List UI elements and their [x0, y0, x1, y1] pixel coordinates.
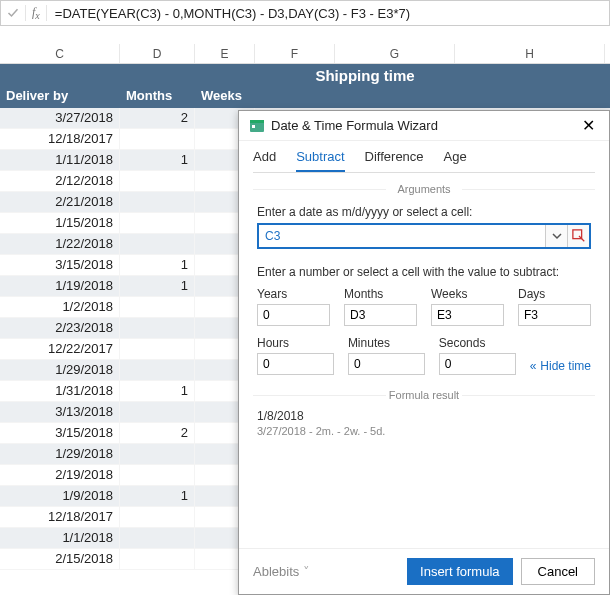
col-header-e[interactable]: E	[195, 44, 255, 63]
col-header-g[interactable]: G	[335, 44, 455, 63]
cell-date[interactable]: 2/21/2018	[0, 192, 120, 212]
close-icon[interactable]: ✕	[578, 116, 599, 135]
band-title: Shipping time	[120, 67, 610, 84]
cell-months[interactable]: 1	[120, 486, 195, 506]
header-deliver-by: Deliver by	[0, 86, 120, 108]
cell-months[interactable]	[120, 465, 195, 485]
brand-menu[interactable]: Ablebits	[253, 564, 399, 579]
cell-date[interactable]: 12/18/2017	[0, 507, 120, 527]
check-icon[interactable]	[7, 7, 19, 19]
cell-months[interactable]	[120, 129, 195, 149]
cell-months[interactable]: 2	[120, 108, 195, 128]
insert-formula-button[interactable]: Insert formula	[407, 558, 512, 585]
cell-date[interactable]: 2/23/2018	[0, 318, 120, 338]
cell-months[interactable]	[120, 360, 195, 380]
cell-months[interactable]	[120, 192, 195, 212]
cell-months[interactable]	[120, 549, 195, 569]
cell-months[interactable]	[120, 318, 195, 338]
wizard-footer: Ablebits Insert formula Cancel	[239, 548, 609, 594]
date-time-wizard: Date & Time Formula Wizard ✕ Add Subtrac…	[238, 110, 610, 595]
cell-date[interactable]: 12/18/2017	[0, 129, 120, 149]
cell-months[interactable]: 2	[120, 423, 195, 443]
wizard-title: Date & Time Formula Wizard	[271, 118, 578, 133]
formula-text[interactable]: =DATE(YEAR(C3) - 0,MONTH(C3) - D3,DAY(C3…	[47, 6, 609, 21]
cell-picker-icon[interactable]	[567, 225, 589, 247]
date-input[interactable]	[259, 225, 545, 247]
wizard-tabs: Add Subtract Difference Age	[239, 141, 609, 172]
cell-months[interactable]: 1	[120, 276, 195, 296]
cell-date[interactable]: 1/15/2018	[0, 213, 120, 233]
cell-months[interactable]	[120, 297, 195, 317]
days-label: Days	[518, 287, 591, 301]
cell-months[interactable]: 1	[120, 255, 195, 275]
number-field-label: Enter a number or select a cell with the…	[257, 265, 591, 279]
header-row: Deliver by Months Weeks	[0, 86, 610, 108]
svg-rect-2	[252, 125, 255, 128]
cell-date[interactable]: 3/13/2018	[0, 402, 120, 422]
calendar-icon	[249, 118, 265, 134]
formula-bar-actions	[1, 7, 25, 19]
col-header-h[interactable]: H	[455, 44, 605, 63]
cell-months[interactable]	[120, 402, 195, 422]
cell-months[interactable]	[120, 444, 195, 464]
cell-months[interactable]	[120, 528, 195, 548]
cell-date[interactable]: 1/29/2018	[0, 444, 120, 464]
minutes-input[interactable]	[348, 353, 425, 375]
minutes-label: Minutes	[348, 336, 425, 350]
cell-date[interactable]: 1/31/2018	[0, 381, 120, 401]
cell-months[interactable]: 1	[120, 150, 195, 170]
cell-months[interactable]	[120, 234, 195, 254]
cell-date[interactable]: 3/15/2018	[0, 423, 120, 443]
date-field-label: Enter a date as m/d/yyyy or select a cel…	[257, 205, 591, 219]
col-header-c[interactable]: C	[0, 44, 120, 63]
cell-date[interactable]: 2/12/2018	[0, 171, 120, 191]
cell-date[interactable]: 1/11/2018	[0, 150, 120, 170]
cell-date[interactable]: 1/29/2018	[0, 360, 120, 380]
months-label: Months	[344, 287, 417, 301]
col-header-d[interactable]: D	[120, 44, 195, 63]
wizard-titlebar: Date & Time Formula Wizard ✕	[239, 111, 609, 141]
hide-time-link[interactable]: Hide time	[530, 359, 591, 375]
hours-label: Hours	[257, 336, 334, 350]
result-label: Formula result	[239, 389, 609, 401]
cell-date[interactable]: 1/19/2018	[0, 276, 120, 296]
arguments-label: Arguments	[239, 183, 609, 195]
years-input[interactable]	[257, 304, 330, 326]
tab-add[interactable]: Add	[253, 149, 276, 172]
result-value: 1/8/2018	[257, 409, 591, 423]
cell-date[interactable]: 2/19/2018	[0, 465, 120, 485]
chevron-down-icon[interactable]	[545, 225, 567, 247]
cell-date[interactable]: 1/22/2018	[0, 234, 120, 254]
cell-months[interactable]	[120, 171, 195, 191]
cell-months[interactable]	[120, 213, 195, 233]
cell-date[interactable]: 12/22/2017	[0, 339, 120, 359]
header-weeks: Weeks	[195, 86, 255, 108]
seconds-label: Seconds	[439, 336, 516, 350]
days-input[interactable]	[518, 304, 591, 326]
weeks-input[interactable]	[431, 304, 504, 326]
svg-rect-1	[250, 120, 264, 123]
cell-date[interactable]: 1/2/2018	[0, 297, 120, 317]
tab-difference[interactable]: Difference	[365, 149, 424, 172]
fx-icon[interactable]: fx	[25, 5, 47, 21]
cell-date[interactable]: 1/9/2018	[0, 486, 120, 506]
column-headers: C D E F G H	[0, 44, 610, 64]
cell-date[interactable]: 2/15/2018	[0, 549, 120, 569]
cell-months[interactable]: 1	[120, 381, 195, 401]
weeks-label: Weeks	[431, 287, 504, 301]
tab-age[interactable]: Age	[444, 149, 467, 172]
date-input-row	[257, 223, 591, 249]
cell-date[interactable]: 1/1/2018	[0, 528, 120, 548]
seconds-input[interactable]	[439, 353, 516, 375]
years-label: Years	[257, 287, 330, 301]
cell-date[interactable]: 3/27/2018	[0, 108, 120, 128]
cell-date[interactable]: 3/15/2018	[0, 255, 120, 275]
col-header-f[interactable]: F	[255, 44, 335, 63]
hours-input[interactable]	[257, 353, 334, 375]
tab-subtract[interactable]: Subtract	[296, 149, 344, 172]
months-input[interactable]	[344, 304, 417, 326]
header-months: Months	[120, 86, 195, 108]
cell-months[interactable]	[120, 507, 195, 527]
cancel-button[interactable]: Cancel	[521, 558, 595, 585]
cell-months[interactable]	[120, 339, 195, 359]
